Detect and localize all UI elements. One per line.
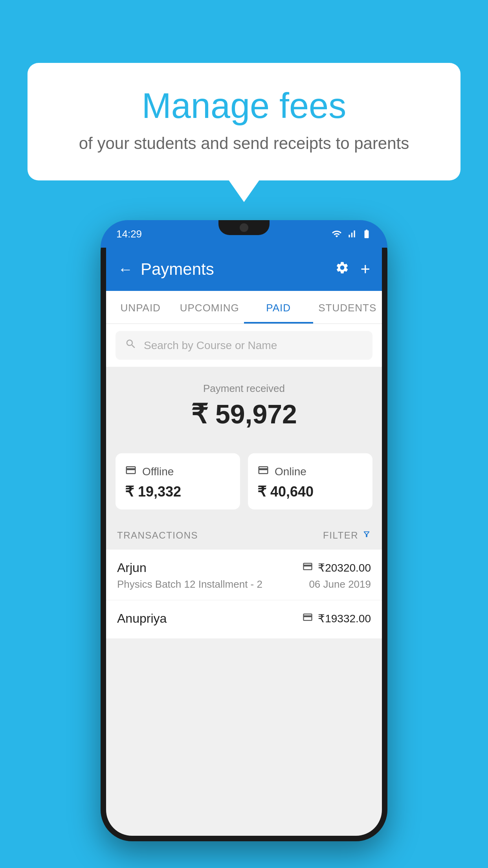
offline-payment-card: Offline ₹ 19,332 (116, 453, 240, 509)
filter-icon (362, 530, 371, 541)
phone-frame: 14:29 ← Payments (101, 220, 387, 841)
app-screen: ← Payments + UNPAID UPCOMING (106, 248, 382, 836)
add-icon[interactable]: + (360, 260, 370, 279)
transaction-amount: ₹19332.00 (318, 612, 371, 625)
transaction-payment-icon (302, 561, 313, 575)
camera (240, 223, 248, 232)
transaction-row[interactable]: Anupriya ₹19332.00 (106, 600, 382, 639)
online-payment-card: Online ₹ 40,640 (248, 453, 372, 509)
online-payment-icon (257, 464, 269, 479)
transaction-name: Anupriya (117, 611, 167, 626)
settings-icon[interactable] (335, 261, 349, 278)
search-icon (125, 338, 137, 353)
transaction-name: Arjun (117, 561, 147, 575)
search-placeholder: Search by Course or Name (144, 339, 277, 352)
back-button[interactable]: ← (118, 261, 133, 278)
transaction-date: 06 June 2019 (309, 578, 371, 590)
status-bar: 14:29 (101, 220, 387, 248)
page-title: Payments (141, 260, 327, 279)
tabs-container: UNPAID UPCOMING PAID STUDENTS (106, 291, 382, 324)
wifi-icon (332, 229, 342, 239)
transaction-amount: ₹20320.00 (318, 561, 371, 574)
phone-notch (218, 220, 270, 235)
battery-icon (361, 229, 372, 239)
search-bar[interactable]: Search by Course or Name (116, 331, 372, 360)
filter-container[interactable]: FILTER (323, 530, 371, 541)
tab-unpaid[interactable]: UNPAID (106, 291, 175, 324)
online-amount: ₹ 40,640 (257, 484, 363, 500)
payment-received-section: Payment received ₹ 59,972 (106, 367, 382, 444)
tab-paid[interactable]: PAID (244, 291, 313, 324)
payment-total-amount: ₹ 59,972 (116, 399, 372, 430)
search-container: Search by Course or Name (106, 324, 382, 367)
offline-payment-icon (125, 464, 137, 479)
transactions-label: TRANSACTIONS (117, 530, 198, 541)
transaction-row[interactable]: Arjun ₹20320.00 Physics Batch 12 Install… (106, 550, 382, 600)
transaction-payment-icon (302, 612, 313, 625)
tab-upcoming[interactable]: UPCOMING (175, 291, 244, 324)
payment-received-label: Payment received (116, 383, 372, 395)
signal-icon (347, 229, 357, 239)
offline-amount: ₹ 19,332 (125, 484, 231, 500)
status-icons (332, 229, 372, 239)
status-time: 14:29 (116, 228, 142, 240)
online-label: Online (275, 465, 306, 478)
transactions-header: TRANSACTIONS FILTER (106, 519, 382, 550)
offline-label: Offline (142, 465, 174, 478)
speech-bubble-title: Manage fees (59, 86, 429, 125)
speech-bubble-container: Manage fees of your students and send re… (28, 63, 460, 180)
app-header: ← Payments + (106, 248, 382, 291)
speech-bubble: Manage fees of your students and send re… (28, 63, 460, 180)
header-icons: + (335, 260, 370, 279)
transaction-course: Physics Batch 12 Installment - 2 (117, 578, 262, 590)
payment-cards: Offline ₹ 19,332 Online ₹ 40,640 (106, 444, 382, 519)
transaction-list: Arjun ₹20320.00 Physics Batch 12 Install… (106, 550, 382, 639)
filter-label: FILTER (323, 530, 358, 541)
tab-students[interactable]: STUDENTS (313, 291, 382, 324)
speech-bubble-subtitle: of your students and send receipts to pa… (59, 134, 429, 153)
phone-container: 14:29 ← Payments (101, 220, 387, 841)
